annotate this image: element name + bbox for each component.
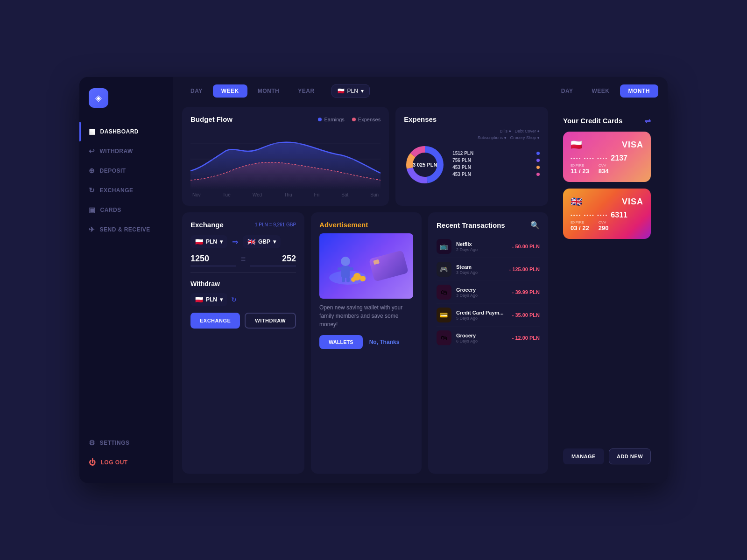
tab-week-right[interactable]: WEEK	[584, 84, 618, 98]
chart-x-label-4: Fri	[314, 192, 320, 197]
chart-legend: Earnings Expenses	[318, 117, 381, 122]
sidebar-item-dashboard[interactable]: ▦ DASHBOARD	[79, 122, 173, 141]
expense-legend: 1512 PLN 756 PLN	[452, 151, 540, 179]
credit-card-1[interactable]: 🇵🇱 VISA •••• •••• •••• 2137 EXPIRE 11 / …	[563, 132, 651, 182]
withdraw-section: Withdraw 🇵🇱 PLN ▾ ↻ EXCHANGE	[190, 280, 296, 329]
sidebar-item-cards[interactable]: ▣ CARDS	[79, 200, 173, 220]
bottom-row: Exchange 1 PLN = 9,261 GBP 🇵🇱 PLN ▾ ⇒	[182, 212, 548, 474]
svg-rect-10	[342, 277, 345, 282]
withdraw-row: 🇵🇱 PLN ▾ ↻	[190, 293, 296, 306]
card1-last4: 2137	[611, 154, 627, 162]
logo-symbol: ◈	[95, 93, 102, 103]
expenses-header: Expenses	[404, 115, 540, 123]
tx-name-2: Grocery	[456, 287, 507, 293]
transactions-search-button[interactable]: 🔍	[530, 221, 540, 230]
tab-year-left[interactable]: YEAR	[289, 84, 323, 98]
to-currency-label: GBP	[258, 238, 270, 245]
send-receive-icon: ✈	[89, 225, 95, 234]
card1-cvv: CVV 834	[599, 163, 609, 175]
add-new-button[interactable]: ADD NEW	[609, 448, 651, 464]
logo-icon: ◈	[89, 88, 108, 108]
card1-top-row: 🇵🇱 VISA	[571, 139, 643, 150]
card2-dots: •••• •••• ••••	[571, 212, 608, 218]
wallets-button[interactable]: WALLETS	[319, 335, 363, 349]
sidebar-label-settings: SETTINGS	[100, 440, 130, 446]
tab-group-left: DAY WEEK MONTH YEAR	[182, 84, 323, 98]
expenses-card: Expenses Bills ● Debt Cover ● Subscripti…	[395, 107, 548, 206]
tx-name-3: Credit Card Paym...	[456, 310, 507, 315]
expense-item-debt: 756 PLN	[452, 158, 540, 163]
svg-rect-12	[368, 250, 408, 282]
chart-x-label-0: Nov	[192, 192, 201, 197]
card1-cvv-label: CVV	[599, 163, 609, 168]
sidebar-item-deposit[interactable]: ⊕ DEPOSIT	[79, 161, 173, 181]
legend-expenses: Expenses	[352, 117, 381, 122]
transaction-item-0: 📺 Netflix 2 Days Ago - 50.00 PLN	[437, 235, 540, 258]
withdraw-button[interactable]: WITHDRAW	[245, 313, 296, 329]
currency-flag: 🇵🇱	[338, 88, 345, 94]
transactions-header: Recent Transactions 🔍	[437, 221, 540, 230]
cards-icon: ▣	[89, 206, 96, 214]
to-currency-box[interactable]: 🇬🇧 GBP ▾	[243, 235, 281, 248]
budget-flow-header: Budget Flow Earnings Expenses	[190, 115, 381, 123]
main: DAY WEEK MONTH YEAR 🇵🇱 PLN ▾ DAY WEEK MO…	[173, 77, 668, 483]
card2-cvv-value: 290	[599, 224, 609, 231]
expenses-title: Expenses	[404, 115, 437, 123]
ad-body-text: Open new saving wallet with your family …	[319, 303, 413, 329]
transactions-card: Recent Transactions 🔍 📺 Netflix 2 Days A…	[428, 212, 548, 474]
refresh-icon[interactable]: ↻	[231, 296, 237, 303]
sidebar-item-exchange[interactable]: ↻ EXCHANGE	[79, 181, 173, 200]
earnings-label: Earnings	[324, 117, 344, 122]
card1-dots-row: •••• •••• •••• 2137	[571, 154, 643, 162]
sidebar-label-exchange: EXCHANGE	[100, 187, 134, 194]
card2-dots-row: •••• •••• •••• 6311	[571, 211, 643, 219]
main-content: Budget Flow Earnings Expenses	[173, 98, 668, 483]
tx-amount-3: - 35.00 PLN	[512, 312, 540, 318]
card2-flag: 🇬🇧	[571, 196, 582, 207]
app-container: ◈ ▦ DASHBOARD ↩ WITHDRAW ⊕ DEPOSIT ↻ EXC…	[79, 77, 668, 483]
tx-info-credit: Credit Card Paym... 5 Days Ago	[456, 310, 507, 321]
tab-month-left[interactable]: MONTH	[249, 84, 288, 98]
amount-to-result: 252	[250, 252, 296, 266]
svg-rect-8	[338, 267, 344, 270]
tx-date-2: 3 Days Ago	[456, 293, 507, 298]
exchange-btn-row: EXCHANGE WITHDRAW	[190, 313, 296, 329]
no-thanks-button[interactable]: No, Thanks	[369, 339, 400, 345]
ad-btn-row: WALLETS No, Thanks	[319, 335, 413, 349]
currency-selector[interactable]: 🇵🇱 PLN ▾	[331, 84, 370, 98]
amount-from-input[interactable]	[190, 252, 236, 266]
chart-area	[190, 129, 381, 189]
from-currency-box[interactable]: 🇵🇱 PLN ▾	[190, 235, 227, 248]
tx-icon-grocery2: 🛍	[437, 330, 451, 345]
card2-last4: 6311	[611, 211, 627, 219]
sidebar-label-withdraw: WITHDRAW	[100, 148, 133, 154]
tx-info-steam: Steam 3 Days Ago	[456, 264, 505, 275]
chart-x-label-3: Thu	[284, 192, 292, 197]
sidebar-item-withdraw[interactable]: ↩ WITHDRAW	[79, 141, 173, 161]
expense-val-subs: 453 PLN	[452, 165, 471, 170]
currency-label: PLN	[347, 88, 358, 94]
sidebar-item-logout[interactable]: ⏻ LOG OUT	[79, 453, 173, 472]
transaction-item-2: 🛍 Grocery 3 Days Ago - 39.99 PLN	[437, 281, 540, 304]
card2-top-row: 🇬🇧 VISA	[571, 196, 643, 207]
tx-icon-credit: 💳	[437, 308, 451, 322]
tab-week-left[interactable]: WEEK	[213, 84, 247, 98]
top-row: Budget Flow Earnings Expenses	[182, 107, 548, 206]
withdraw-chevron-icon: ▾	[220, 296, 223, 303]
exchange-arrow-icon: ⇒	[232, 238, 238, 246]
tab-day-right[interactable]: DAY	[553, 84, 582, 98]
sidebar-item-send-receive[interactable]: ✈ SEND & RECEIVE	[79, 220, 173, 239]
withdraw-currency-box[interactable]: 🇵🇱 PLN ▾	[190, 293, 227, 306]
svg-rect-11	[346, 277, 350, 282]
ad-illustration	[319, 233, 413, 299]
chevron-down-icon: ▾	[361, 88, 364, 94]
exchange-button[interactable]: EXCHANGE	[190, 313, 240, 329]
tab-month-right[interactable]: MONTH	[620, 84, 659, 98]
card1-brand: VISA	[622, 140, 643, 150]
sidebar-item-settings[interactable]: ⚙ SETTINGS	[79, 433, 173, 453]
credit-card-2[interactable]: 🇬🇧 VISA •••• •••• •••• 6311 EXPIRE 03 / …	[563, 189, 651, 239]
legend-earnings: Earnings	[318, 117, 344, 122]
tab-day-left[interactable]: DAY	[182, 84, 211, 98]
manage-button[interactable]: MANAGE	[563, 448, 604, 464]
filter-icon[interactable]: ⇌	[645, 116, 651, 125]
